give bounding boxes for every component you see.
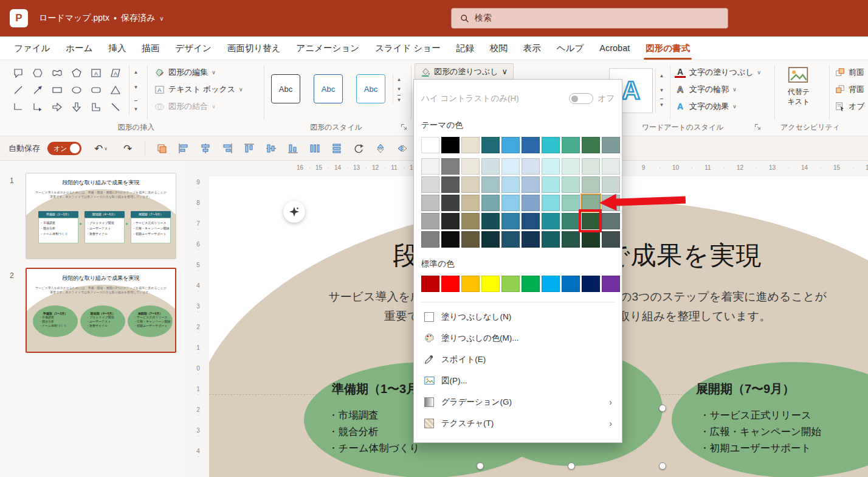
search-input[interactable]: 検索 xyxy=(451,8,728,29)
shape-style-3[interactable]: Abc xyxy=(356,74,385,103)
ribbon-tab[interactable]: 記録 xyxy=(449,37,482,60)
speech-bubble-shape-icon[interactable] xyxy=(9,64,28,82)
gallery-more-icon[interactable]: ▾ xyxy=(660,99,663,108)
theme-variant-swatch[interactable] xyxy=(562,195,580,211)
theme-variant-swatch[interactable] xyxy=(501,195,520,211)
ribbon-tab[interactable]: ヘルプ xyxy=(549,37,592,60)
gallery-down-icon[interactable]: ▾ xyxy=(398,84,401,94)
theme-color-swatch[interactable] xyxy=(441,137,460,153)
standard-color-swatch[interactable] xyxy=(602,276,620,292)
theme-variant-swatch[interactable] xyxy=(562,231,580,248)
theme-variant-swatch[interactable] xyxy=(421,158,439,175)
theme-variant-swatch[interactable] xyxy=(522,158,540,175)
ribbon-tab[interactable]: 表示 xyxy=(515,37,549,60)
theme-color-swatch[interactable] xyxy=(421,137,439,153)
ribbon-tab[interactable]: ホーム xyxy=(58,37,100,60)
theme-variant-swatch[interactable] xyxy=(582,195,600,211)
theme-variant-swatch[interactable] xyxy=(582,158,600,175)
theme-variant-swatch[interactable] xyxy=(461,231,480,248)
slide-thumbnail-1[interactable]: 段階的な取り組みで成果を実現 サービス導入を成功させるためには、準備・開発・展開… xyxy=(26,173,176,259)
theme-variant-swatch[interactable] xyxy=(562,176,580,193)
pentagon-shape-icon[interactable] xyxy=(67,64,86,82)
rounded-rectangle-shape-icon[interactable] xyxy=(86,82,106,99)
standard-color-swatch[interactable] xyxy=(421,276,439,292)
slide-thumbnail-2-selected[interactable]: 段階的な取り組みで成果を実現 サービス導入を成功させるためには、準備・開発・展開… xyxy=(26,268,176,353)
theme-color-swatch[interactable] xyxy=(602,137,620,153)
theme-variant-swatch[interactable] xyxy=(522,213,540,229)
elbow-connector-shape-icon[interactable] xyxy=(9,99,28,116)
line-arrow-shape-icon[interactable] xyxy=(28,82,47,99)
theme-variant-swatch[interactable] xyxy=(602,231,620,248)
theme-variant-swatch[interactable] xyxy=(582,176,600,193)
send-backward-button[interactable]: 背面 xyxy=(835,82,864,97)
line-shape-icon[interactable] xyxy=(9,82,28,99)
align-bottom-button[interactable] xyxy=(283,140,303,157)
standard-color-swatch[interactable] xyxy=(461,276,480,292)
theme-variant-swatch[interactable] xyxy=(481,158,500,175)
text-effects-button[interactable]: A 文字の効果 ∨ xyxy=(675,99,737,114)
theme-color-swatch[interactable] xyxy=(582,137,600,153)
theme-variant-swatch[interactable] xyxy=(441,195,460,211)
block-arrow-right-shape-icon[interactable] xyxy=(47,99,67,116)
block-arrow-down-shape-icon[interactable] xyxy=(67,99,86,116)
align-middle-button[interactable] xyxy=(261,140,281,157)
theme-variant-swatch[interactable] xyxy=(582,231,600,248)
gallery-up-icon[interactable]: ▴ xyxy=(660,68,663,83)
standard-color-swatch[interactable] xyxy=(481,276,500,292)
distribute-horizontal-button[interactable] xyxy=(305,140,325,157)
theme-variant-swatch[interactable] xyxy=(501,176,520,193)
theme-variant-swatch[interactable] xyxy=(542,231,560,248)
shape-fill-button[interactable]: 図形の塗りつぶし ∨ xyxy=(415,63,514,80)
selection-handle[interactable] xyxy=(659,462,666,470)
theme-variant-swatch[interactable] xyxy=(481,213,500,229)
theme-color-swatch[interactable] xyxy=(562,137,580,153)
ribbon-tab[interactable]: 図形の書式 xyxy=(638,37,698,60)
ribbon-tab[interactable]: 校閲 xyxy=(482,37,515,60)
theme-variant-swatch[interactable] xyxy=(501,231,520,248)
high-contrast-toggle[interactable]: オフ xyxy=(569,93,615,104)
gallery-more-icon[interactable]: ▾ xyxy=(134,100,137,116)
standard-color-swatch[interactable] xyxy=(501,276,520,292)
shape-style-1[interactable]: Abc xyxy=(271,74,300,103)
text-box-button[interactable]: A テキスト ボックス ∨ xyxy=(154,82,243,97)
standard-color-swatch[interactable] xyxy=(522,276,540,292)
duplicate-shape-button[interactable] xyxy=(152,140,171,157)
theme-variant-swatch[interactable] xyxy=(421,195,439,211)
selection-handle[interactable] xyxy=(659,405,666,412)
undo-button[interactable]: ↶∨ xyxy=(91,140,111,157)
align-center-button[interactable] xyxy=(196,140,215,157)
menu-item-texture[interactable]: テクスチャ(T) › xyxy=(421,413,615,434)
theme-variant-swatch[interactable] xyxy=(602,213,620,229)
theme-variant-swatch[interactable] xyxy=(441,176,460,193)
selection-pane-button[interactable]: オブ xyxy=(835,99,865,114)
theme-variant-swatch[interactable] xyxy=(501,158,520,175)
ribbon-tab[interactable]: アニメーション xyxy=(289,37,368,60)
file-info[interactable]: ロードマップ.pptx • 保存済み ∨ xyxy=(39,13,164,24)
text-fill-button[interactable]: A 文字の塗りつぶし ∨ xyxy=(675,64,761,80)
theme-variant-swatch[interactable] xyxy=(542,158,560,175)
rectangle-shape-icon[interactable] xyxy=(47,82,67,99)
theme-color-swatch[interactable] xyxy=(542,137,560,153)
theme-variant-swatch[interactable] xyxy=(461,158,480,175)
text-a-shape-icon[interactable]: A xyxy=(86,64,106,82)
rotate-button[interactable] xyxy=(349,140,368,157)
ribbon-tab[interactable]: 画面切り替え xyxy=(219,37,289,60)
slanted-text-shape-icon[interactable]: A xyxy=(106,64,125,82)
ribbon-tab[interactable]: 挿入 xyxy=(101,37,134,60)
designer-button[interactable] xyxy=(283,201,305,223)
gallery-up-icon[interactable]: ▴ xyxy=(398,74,401,84)
merge-shapes-button[interactable]: 図形の結合 ∨ xyxy=(154,99,216,114)
ribbon-tab[interactable]: Acrobat xyxy=(591,37,638,60)
powerpoint-app-icon[interactable]: P xyxy=(10,9,28,27)
edit-shape-button[interactable]: 図形の編集 ∨ xyxy=(154,64,216,80)
align-top-button[interactable] xyxy=(239,140,259,157)
theme-variant-swatch[interactable] xyxy=(421,176,439,193)
theme-variant-swatch[interactable] xyxy=(602,176,620,193)
theme-variant-swatch[interactable] xyxy=(501,213,520,229)
theme-variant-swatch[interactable] xyxy=(421,213,439,229)
selection-handle[interactable] xyxy=(477,462,484,470)
theme-variant-swatch[interactable] xyxy=(522,195,540,211)
standard-color-swatch[interactable] xyxy=(562,276,580,292)
flip-horizontal-button[interactable] xyxy=(393,140,412,157)
ribbon-tab[interactable]: デザイン xyxy=(168,37,219,60)
